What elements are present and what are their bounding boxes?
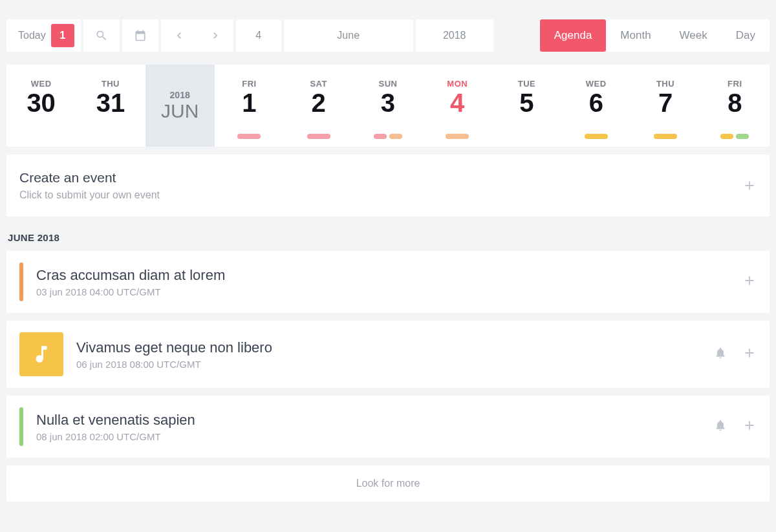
view-tab-label: Day [736,29,755,42]
day-dow: THU [656,79,674,89]
day-number: 2 [312,90,326,116]
day-dow: SAT [310,79,327,89]
search-icon [95,29,108,42]
day-dow: MON [447,79,468,89]
view-tab-day[interactable]: Day [722,19,770,52]
plus-icon [742,346,757,360]
plus-icon [742,418,757,432]
day-cell[interactable]: FRI8 [700,65,770,147]
today-badge: 1 [51,24,74,47]
day-number: 4 [450,90,464,116]
day-number: 7 [658,90,673,116]
view-tab-agenda[interactable]: Agenda [540,19,607,52]
date-month-field[interactable]: June [284,19,413,52]
bell-icon [714,419,727,432]
next-button[interactable] [197,19,233,52]
event-reminder-button[interactable] [714,346,727,362]
month-break-label: JUN [161,100,199,122]
day-number: 8 [727,90,742,116]
plus-icon [742,178,757,193]
day-strip: WED30THU312018JUNFRI1SAT2SUN3MON4TUE5WED… [6,65,770,147]
view-tabs: AgendaMonthWeekDay [540,19,770,52]
event-card[interactable]: Nulla et venenatis sapien08 jun 2018 02:… [6,396,770,458]
event-datetime: 03 jun 2018 04:00 UTC/GMT [36,286,729,297]
day-dow: WED [31,79,52,89]
event-color-strip [19,407,23,446]
event-actions [714,418,757,435]
date-day-field[interactable]: 4 [236,19,281,52]
day-cell[interactable]: WED30 [6,65,76,147]
today-button[interactable]: Today 1 [6,19,81,52]
day-dow: WED [586,79,607,89]
day-event-indicators [720,134,749,139]
event-add-button[interactable] [742,273,757,290]
day-number: 30 [27,90,56,116]
day-cell[interactable]: TUE5 [492,65,561,147]
event-actions [714,346,757,363]
event-title: Cras accumsan diam at lorem [36,267,729,284]
day-event-indicators [585,134,608,139]
day-dow: THU [102,79,120,89]
day-event-indicators [307,134,330,139]
event-text: Vivamus eget neque non libero06 jun 2018… [76,339,701,370]
day-cell[interactable]: MON4 [423,65,492,147]
toolbar: Today 1 4 June 2018 AgendaMonthWeekDay [6,6,770,65]
event-dot [389,134,402,139]
nav-group [161,19,233,52]
today-label: Today [18,30,46,41]
create-event-sub: Click to submit your own event [19,189,160,201]
day-number: 6 [589,90,603,116]
month-break-year: 2018 [170,90,190,100]
day-event-indicators [446,134,469,139]
event-text: Nulla et venenatis sapien08 jun 2018 02:… [36,412,701,442]
create-event-card[interactable]: Create an event Click to submit your own… [6,154,770,217]
event-dot [237,134,261,139]
event-datetime: 08 jun 2018 02:00 UTC/GMT [36,431,701,442]
date-year-field[interactable]: 2018 [416,19,493,52]
day-event-indicators [374,134,402,139]
chevron-right-icon [209,29,222,42]
event-dot [374,134,387,139]
day-cell[interactable]: FRI1 [215,65,284,147]
day-cell[interactable]: SAT2 [284,65,353,147]
plus-icon [742,273,757,288]
event-reminder-button[interactable] [714,419,727,434]
date-picker-button[interactable] [122,19,158,52]
view-tab-week[interactable]: Week [665,19,722,52]
event-add-button[interactable] [742,418,757,435]
bell-icon [714,346,727,359]
day-dow: TUE [518,79,536,89]
event-dot [585,134,608,139]
look-for-more-button[interactable]: Look for more [6,465,770,502]
view-tab-month[interactable]: Month [606,19,665,52]
day-cell[interactable]: THU31 [76,65,145,147]
event-add-button[interactable] [742,346,757,363]
event-title: Vivamus eget neque non libero [76,339,701,356]
search-button[interactable] [83,19,120,52]
music-icon [30,343,52,365]
event-dot [720,134,733,139]
day-number: 31 [96,90,125,116]
month-break-cell: 2018JUN [146,65,215,147]
event-title: Nulla et venenatis sapien [36,412,701,429]
day-number: 5 [519,90,534,116]
event-datetime: 06 jun 2018 08:00 UTC/GMT [76,359,701,370]
day-dow: SUN [378,79,397,89]
event-dot [736,134,749,139]
day-cell[interactable]: WED6 [561,65,630,147]
view-tab-label: Agenda [554,29,592,42]
chevron-left-icon [173,29,186,42]
event-actions [742,273,757,290]
event-card[interactable]: Vivamus eget neque non libero06 jun 2018… [6,321,770,388]
event-dot [446,134,469,139]
today-group: Today 1 [6,19,81,52]
day-event-indicators [237,134,261,139]
day-cell[interactable]: THU7 [630,65,700,147]
day-number: 3 [381,90,395,116]
prev-button[interactable] [161,19,197,52]
event-card[interactable]: Cras accumsan diam at lorem03 jun 2018 0… [6,251,770,313]
event-color-strip [19,262,23,301]
create-event-title: Create an event [19,170,160,186]
day-cell[interactable]: SUN3 [353,65,422,147]
view-tab-label: Month [620,29,651,42]
